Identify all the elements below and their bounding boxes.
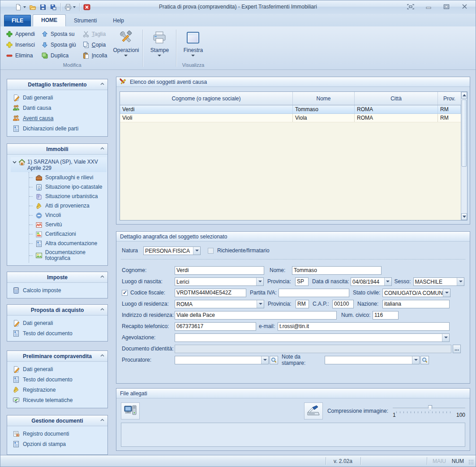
combo-arrow-icon[interactable] [193,247,200,255]
nome-input[interactable] [292,266,382,275]
tree-item-altra-documentazione[interactable]: Altra documentazione [29,239,107,248]
tree-item-certificazioni[interactable]: Certificazioni [29,229,107,239]
nazione-input[interactable] [382,300,450,308]
scroll-down-button[interactable] [461,213,467,220]
telefono-input[interactable] [175,322,256,331]
paste-button[interactable]: Incolla [81,50,110,61]
table-row[interactable]: Verdi Tommaso ROMA RM [120,105,461,114]
combo-arrow-icon[interactable] [443,289,450,297]
attach-from-computer-button[interactable] [121,402,140,419]
provincia-nascita-input[interactable] [295,277,309,286]
scroll-up-button[interactable] [461,92,467,99]
procuratore-search-button[interactable] [270,356,278,364]
tree-item-servitu[interactable]: Servitù [29,220,107,229]
combo-arrow-icon[interactable] [257,300,264,308]
sidebar-item-danti-causa[interactable]: Danti causa [7,103,107,113]
tree-node-immobile-1[interactable]: 1) SARZANA (SP), Viale XXV Aprile 229 [11,157,107,172]
fullscreen-toggle-button[interactable] [405,3,416,10]
tab-strumenti[interactable]: Strumenti [66,15,105,26]
documento-browse-button[interactable]: ... [453,345,461,353]
move-up-button[interactable]: Sposta su [39,29,79,39]
resize-grip[interactable] [468,459,474,465]
tree-item-sopralluoghi[interactable]: Sopralluoghi e rilievi [29,173,107,182]
chevron-up-icon[interactable] [100,147,104,150]
email-input[interactable] [278,322,450,331]
sidebar-item-proposta-dati-generali[interactable]: Dati generali [7,318,107,328]
window-button[interactable]: Finestra [179,29,207,56]
sidebar-item-opzioni-di-stampa[interactable]: Opzioni di stampa [7,439,107,449]
tree-item-situazione-ipo-catastale[interactable]: Situazione ipo-catastale [29,182,107,192]
combo-arrow-icon[interactable] [256,278,263,285]
richiedente-checkbox[interactable] [208,248,214,254]
sidebar-item-preliminare-testo-documento[interactable]: Testo del documento [7,374,107,385]
compression-slider[interactable]: 1 100 [393,404,465,418]
table-row[interactable]: Violi Viola ROMA RM [120,114,461,122]
chevron-up-icon[interactable] [100,308,104,311]
copy-button[interactable]: Copia [81,39,110,50]
tree-item-atti-di-provenienza[interactable]: Atti di provenienza [29,201,107,211]
sidebar-item-dati-generali[interactable]: Dati generali [7,92,107,103]
luogo-nascita-select[interactable]: Lerici [175,277,264,286]
provincia-residenza-input[interactable] [296,300,309,308]
data-nascita-select[interactable]: 04/08/1944 [351,277,392,286]
codice-fiscale-checkbox[interactable] [122,290,128,296]
move-down-button[interactable]: Sposta giù [39,39,79,50]
sidebar-item-calcolo-imposte[interactable]: Calcolo imposte [7,285,107,295]
column-header-cognome[interactable]: Cognome (o ragione sociale) [120,92,293,105]
chevron-down-icon[interactable] [13,160,17,164]
tab-home[interactable]: HOME [33,14,66,26]
tree-item-vincoli[interactable]: Vincoli [29,211,107,220]
sidebar-item-ricevute-telematiche[interactable]: Ricevute telematiche [7,395,107,405]
delete-button[interactable]: Elimina [4,50,38,61]
chevron-up-icon[interactable] [100,82,104,85]
natura-select[interactable]: PERSONA FISICA [143,246,201,255]
combo-arrow-icon[interactable] [261,356,268,364]
operations-button[interactable]: Operazioni [111,29,140,56]
codice-fiscale-input[interactable] [175,289,246,297]
column-header-citta[interactable]: Città [355,92,438,105]
note-search-button[interactable] [420,356,429,364]
attachments-list[interactable] [121,423,465,447]
sidebar-item-preliminare-dati-generali[interactable]: Dati generali [7,364,107,374]
sidebar-item-registro-documenti[interactable]: Registro documenti [7,428,107,439]
combo-arrow-icon[interactable] [442,334,449,342]
prints-button[interactable]: Stampe [145,29,174,56]
close-button[interactable] [459,3,470,10]
combo-arrow-icon[interactable] [384,278,391,285]
agevolazione-select[interactable] [175,333,450,342]
luogo-residenza-select[interactable]: ROMA [175,300,264,308]
column-header-nome[interactable]: Nome [293,92,355,105]
cap-input[interactable] [332,300,354,308]
chevron-up-icon[interactable] [100,419,104,421]
chevron-up-icon[interactable] [100,275,104,278]
combo-arrow-icon[interactable] [412,356,419,364]
tab-file[interactable]: FILE [4,15,31,26]
tree-item-situazione-urbanistica[interactable]: Situazione urbanistica [29,192,107,201]
num-civico-input[interactable] [373,311,399,320]
procuratore-select[interactable] [175,356,269,364]
stato-civile-select[interactable]: CONIUGATO/A COMUNIONE [382,289,450,297]
sesso-select[interactable]: MASCHILE [413,277,464,286]
indirizzo-input[interactable] [175,311,337,320]
sidebar-item-dichiarazioni-delle-parti[interactable]: Dichiarazioni delle parti [7,123,107,134]
sidebar-item-aventi-causa[interactable]: Aventi causa [7,113,107,123]
duplicate-button[interactable]: Duplica [39,50,79,61]
column-header-prov[interactable]: Prov. [438,92,461,105]
combo-arrow-icon[interactable] [457,278,464,285]
slider-thumb[interactable] [428,405,432,411]
tree-item-documentazione-fotografica[interactable]: Documentazione fotografica [29,248,107,263]
scan-button[interactable] [304,402,323,419]
minimize-button[interactable] [423,3,434,10]
partita-iva-input[interactable] [279,289,349,297]
chevron-up-icon[interactable] [100,354,104,357]
cognome-input[interactable] [175,266,264,275]
append-button[interactable]: Appendi [4,29,38,39]
tab-help[interactable]: Help [105,15,132,26]
scrollbar-thumb[interactable] [462,99,467,167]
sidebar-item-proposta-testo-documento[interactable]: Testo del documento [7,328,107,338]
sidebar-item-registrazione[interactable]: Registrazione [7,385,107,395]
note-select[interactable] [325,356,420,364]
vertical-scrollbar[interactable] [461,92,467,220]
insert-button[interactable]: Inserisci [4,39,38,50]
maximize-button[interactable] [441,3,452,10]
